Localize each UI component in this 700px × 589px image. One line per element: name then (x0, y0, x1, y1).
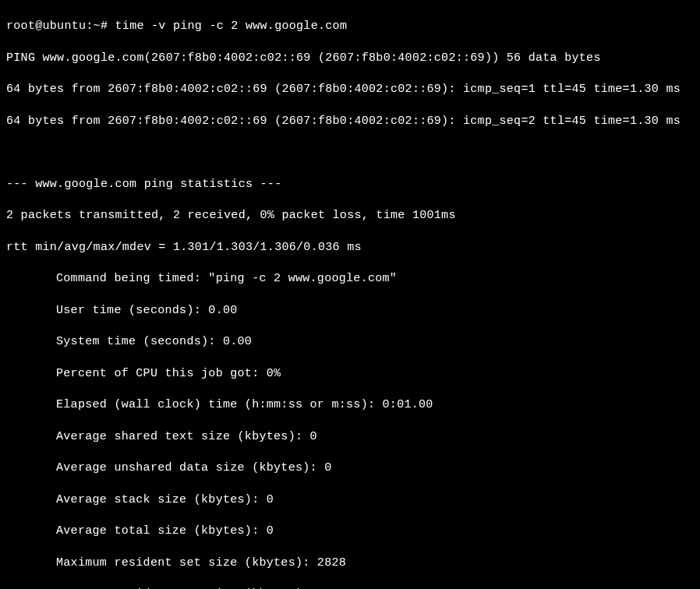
time-user-time: User time (seconds): 0.00 (6, 303, 694, 319)
time-avg-unshared-data: Average unshared data size (kbytes): 0 (6, 460, 694, 476)
command-text: time -v ping -c 2 www.google.com (115, 19, 348, 33)
ping-rtt: rtt min/avg/max/mdev = 1.301/1.303/1.306… (6, 240, 694, 256)
time-system-time: System time (seconds): 0.00 (6, 334, 694, 350)
command-line: root@ubuntu:~# time -v ping -c 2 www.goo… (6, 19, 694, 34)
ping-reply: 64 bytes from 2607:f8b0:4002:c02::69 (26… (6, 114, 694, 129)
ping-reply: 64 bytes from 2607:f8b0:4002:c02::69 (26… (6, 82, 694, 97)
time-avg-stack: Average stack size (kbytes): 0 (6, 492, 694, 508)
time-avg-shared-text: Average shared text size (kbytes): 0 (6, 429, 694, 445)
time-max-rss: Maximum resident set size (kbytes): 2828 (6, 555, 694, 571)
terminal-output[interactable]: root@ubuntu:~# time -v ping -c 2 www.goo… (6, 3, 694, 589)
time-elapsed: Elapsed (wall clock) time (h:mm:ss or m:… (6, 397, 694, 413)
ping-stats-header: --- www.google.com ping statistics --- (6, 177, 694, 192)
ping-header: PING www.google.com(2607:f8b0:4002:c02::… (6, 51, 694, 66)
ping-stats-summary: 2 packets transmitted, 2 received, 0% pa… (6, 208, 694, 224)
time-command-being-timed: Command being timed: "ping -c 2 www.goog… (6, 271, 694, 287)
time-avg-total: Average total size (kbytes): 0 (6, 524, 694, 539)
shell-prompt: root@ubuntu:~# (6, 19, 115, 33)
time-percent-cpu: Percent of CPU this job got: 0% (6, 366, 694, 382)
blank-line (6, 145, 694, 160)
